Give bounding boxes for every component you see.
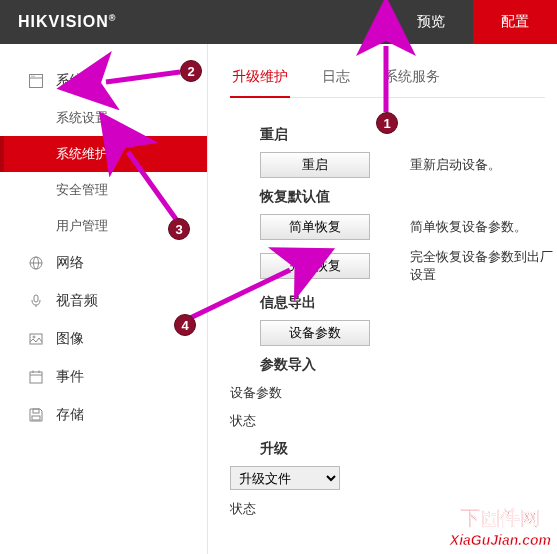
svg-rect-15: [32, 416, 40, 420]
status-label: 状态: [230, 412, 557, 430]
sidebar-item-system[interactable]: 系统: [0, 62, 207, 100]
sidebar: 系统 系统设置 系统维护 安全管理 用户管理 网络 视音频 图像: [0, 44, 208, 554]
watermark-text-top: 下固件网: [450, 505, 551, 532]
row-reboot: 重启 重新启动设备。: [260, 152, 557, 178]
svg-rect-16: [33, 409, 39, 413]
section-restore-title: 恢复默认值: [260, 188, 557, 206]
svg-rect-7: [34, 295, 38, 302]
row-simple-restore: 简单恢复 简单恢复设备参数。: [260, 214, 557, 240]
annotation-badge-4: 4: [174, 314, 196, 336]
annotation-badge-3: 3: [168, 218, 190, 240]
sidebar-sub-system-maint[interactable]: 系统维护: [0, 136, 207, 172]
sidebar-item-network[interactable]: 网络: [0, 244, 207, 282]
calendar-icon: [28, 369, 44, 385]
sidebar-item-va[interactable]: 视音频: [0, 282, 207, 320]
brand-logo: HIKVISION®: [0, 13, 134, 31]
svg-point-2: [31, 76, 32, 77]
tab-log[interactable]: 日志: [320, 62, 352, 98]
sidebar-item-label: 系统: [56, 72, 84, 90]
reboot-desc: 重新启动设备。: [410, 156, 501, 174]
row-full-restore: 完全恢复 完全恢复设备参数到出厂设置: [260, 248, 557, 284]
row-export: 设备参数: [260, 320, 557, 346]
main-container: 系统 系统设置 系统维护 安全管理 用户管理 网络 视音频 图像: [0, 44, 557, 554]
sidebar-item-label: 存储: [56, 406, 84, 424]
topnav-preview[interactable]: 预览: [389, 0, 473, 44]
watermark-text-bottom: XiaGuJian.com: [450, 532, 551, 548]
svg-rect-11: [30, 372, 42, 383]
annotation-badge-1: 1: [376, 112, 398, 134]
mic-icon: [28, 293, 44, 309]
section-export-title: 信息导出: [260, 294, 557, 312]
tab-upgrade[interactable]: 升级维护: [230, 62, 290, 98]
window-icon: [28, 73, 44, 89]
topnav-config[interactable]: 配置: [473, 0, 557, 44]
top-nav: 预览 配置: [389, 0, 557, 44]
upgrade-file-select[interactable]: 升级文件: [230, 466, 340, 490]
annotation-badge-2: 2: [180, 60, 202, 82]
app-header: HIKVISION® 预览 配置: [0, 0, 557, 44]
image-icon: [28, 331, 44, 347]
sidebar-item-storage[interactable]: 存储: [0, 396, 207, 434]
globe-icon: [28, 255, 44, 271]
svg-point-10: [33, 336, 35, 338]
sidebar-item-label: 图像: [56, 330, 84, 348]
content-area: 重启 重启 重新启动设备。 恢复默认值 简单恢复 简单恢复设备参数。 完全恢复 …: [230, 98, 557, 518]
simple-restore-button[interactable]: 简单恢复: [260, 214, 370, 240]
logo-reg: ®: [109, 13, 117, 23]
sidebar-item-event[interactable]: 事件: [0, 358, 207, 396]
tab-bar: 升级维护 日志 系统服务: [230, 62, 545, 98]
row-upgrade-select: 升级文件: [230, 466, 557, 490]
sidebar-sub-system-settings[interactable]: 系统设置: [0, 100, 207, 136]
sidebar-sub-security[interactable]: 安全管理: [0, 172, 207, 208]
section-import-title: 参数导入: [260, 356, 557, 374]
section-upgrade-title: 升级: [260, 440, 557, 458]
reboot-button[interactable]: 重启: [260, 152, 370, 178]
full-desc: 完全恢复设备参数到出厂设置: [410, 248, 557, 284]
sidebar-item-label: 视音频: [56, 292, 98, 310]
import-label: 设备参数: [230, 384, 557, 402]
sidebar-item-label: 网络: [56, 254, 84, 272]
svg-point-3: [33, 76, 34, 77]
tab-service[interactable]: 系统服务: [382, 62, 442, 98]
sidebar-item-label: 事件: [56, 368, 84, 386]
save-icon: [28, 407, 44, 423]
section-reboot-title: 重启: [260, 126, 557, 144]
watermark: 下固件网 XiaGuJian.com: [450, 505, 551, 548]
simple-desc: 简单恢复设备参数。: [410, 218, 527, 236]
logo-text: HIKVISION: [18, 13, 109, 30]
export-params-button[interactable]: 设备参数: [260, 320, 370, 346]
svg-rect-0: [30, 75, 43, 88]
full-restore-button[interactable]: 完全恢复: [260, 253, 370, 279]
